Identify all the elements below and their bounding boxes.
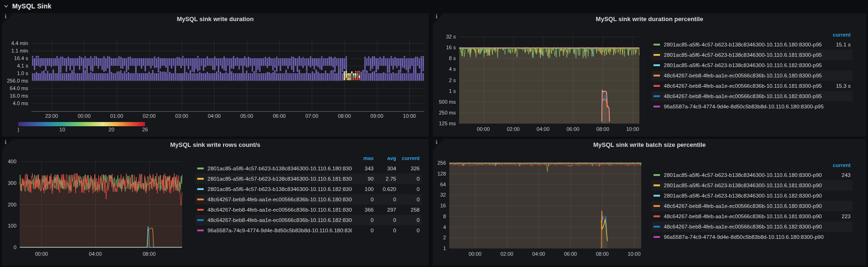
legend-series-swatch[interactable]	[197, 229, 204, 231]
legend-series-label[interactable]: 48c64267-beb8-4feb-aa1e-ec00566c836b-10.…	[664, 214, 822, 219]
legend-series-swatch[interactable]	[653, 85, 660, 87]
x-tick-label: 08:00	[596, 126, 609, 132]
panel-info-icon[interactable]: i	[2, 13, 13, 24]
legend-series-label[interactable]: 48c64267-beb8-4feb-aa1e-ec00566c836b-10.…	[664, 83, 822, 89]
legend-table-body: 2801ac85-a5f6-4c57-b623-b138c8346300-10.…	[195, 163, 422, 236]
panel-info-icon[interactable]: i	[433, 139, 444, 150]
legend-series-label[interactable]: 96a5587a-74c9-4774-9d4e-8d50c5b83b8d-10.…	[664, 234, 824, 240]
legend-series-label[interactable]: 2801ac85-a5f6-4c57-b623-b138c8346300-10.…	[664, 193, 822, 198]
panel-title[interactable]: MySQL sink write rows count/s	[2, 141, 429, 148]
legend-stat-value: 0	[374, 217, 396, 223]
panel-title[interactable]: MySQL sink write batch size percentile	[433, 141, 866, 148]
y-tick-label: 300	[2, 180, 16, 186]
legend-series-swatch[interactable]	[653, 75, 660, 76]
panel-info-icon[interactable]: i	[433, 13, 444, 24]
y-tick-label: 4.0 ms	[2, 100, 28, 106]
legend-current-value: 15.1 s	[832, 42, 851, 47]
legend-series-swatch[interactable]	[197, 168, 204, 169]
legend-series-label[interactable]: 2801ac85-a5f6-4c57-b623-b138c8346300-10.…	[664, 52, 822, 58]
legend-column-header-current[interactable]: current	[396, 155, 420, 161]
y-tick-label: 4.4 min	[2, 40, 28, 46]
legend-stat-value: 0	[352, 228, 374, 233]
panel-write-batch-size-percentile: i MySQL sink write batch size percentile…	[433, 139, 866, 266]
legend-row: 96a5587a-74c9-4774-9d4e-8d50c5b83b8d-10.…	[652, 232, 853, 242]
x-tick-label: 07:00	[305, 113, 318, 119]
legend-series-label[interactable]: 48c64267-beb8-4feb-aa1e-ec00566c836b-10.…	[664, 73, 822, 78]
y-tick-label: 32	[433, 192, 446, 198]
info-icon-glyph: i	[5, 139, 7, 145]
panel-write-rows-count: i MySQL sink write rows count/s 40030020…	[2, 139, 429, 266]
panel-title[interactable]: MySQL sink write duration percentile	[433, 15, 866, 23]
x-tick-label: 23:00	[45, 113, 58, 119]
legend-column-header-current[interactable]: current	[833, 162, 851, 168]
legend-table: maxavgcurrent2801ac85-a5f6-4c57-b623-b13…	[195, 153, 422, 236]
legend-header: current	[652, 30, 853, 39]
x-tick-label: 04:00	[208, 113, 221, 119]
legend-series-swatch[interactable]	[197, 178, 204, 180]
legend-column-header-max[interactable]: max	[352, 155, 374, 161]
legend-series-swatch[interactable]	[653, 195, 660, 197]
panel-info-icon[interactable]: i	[2, 139, 13, 150]
y-tick-label: 125 ms	[433, 121, 456, 126]
legend-series-swatch[interactable]	[653, 226, 660, 228]
legend-rows: 2801ac85-a5f6-4c57-b623-b138c8346300-10.…	[652, 39, 853, 112]
x-tick-label: 08:00	[143, 251, 156, 257]
legend-series-label[interactable]: 2801ac85-a5f6-4c57-b623-b138c8346300-10.…	[207, 186, 352, 192]
info-icon-glyph: i	[436, 139, 438, 145]
x-tick-label: 04:00	[532, 251, 545, 257]
x-tick-label: 02:00	[507, 126, 520, 132]
x-tick-label: 05:00	[240, 113, 253, 119]
legend-series-swatch[interactable]	[653, 44, 660, 46]
legend-series-swatch[interactable]	[653, 106, 660, 107]
legend-series-swatch[interactable]	[197, 209, 204, 211]
legend-series-label[interactable]: 48c64267-beb8-4feb-aa1e-ec00566c836b-10.…	[207, 217, 352, 223]
info-icon-glyph: i	[5, 14, 7, 20]
x-tick-label: 02:00	[500, 251, 514, 257]
legend-header: current	[652, 160, 853, 170]
legend-column-header-avg[interactable]: avg	[374, 155, 396, 161]
legend-stat-value: 0	[352, 217, 374, 223]
legend-series-label[interactable]: 96a5587a-74c9-4774-9d4e-8d50c5b83b8d-10.…	[664, 104, 824, 109]
legend-series-swatch[interactable]	[197, 188, 204, 190]
row-header-mysql-sink[interactable]: MySQL Sink	[0, 0, 868, 11]
legend-current-value: 223	[838, 214, 851, 219]
x-tick-label: 00:00	[77, 113, 91, 119]
legend-series-swatch[interactable]	[197, 219, 204, 221]
x-tick-label: 10:00	[626, 126, 639, 132]
legend-series-label[interactable]: 2801ac85-a5f6-4c57-b623-b138c8346300-10.…	[207, 176, 352, 182]
panel-title[interactable]: MySQL sink write duration	[2, 15, 429, 23]
legend-series-label[interactable]: 48c64267-beb8-4feb-aa1e-ec00566c836b-10.…	[664, 224, 822, 229]
legend-row: 48c64267-beb8-4feb-aa1e-ec00566c836b-10.…	[652, 70, 853, 81]
legend-series-label[interactable]: 48c64267-beb8-4feb-aa1e-ec00566c836b-10.…	[664, 93, 822, 99]
legend: current2801ac85-a5f6-4c57-b623-b138c8346…	[652, 160, 853, 242]
dashboard-grid: i MySQL sink write duration 4.4 min1.1 m…	[0, 11, 868, 266]
legend-series-swatch[interactable]	[653, 64, 660, 66]
legend-series-swatch[interactable]	[653, 205, 660, 207]
legend-series-swatch[interactable]	[653, 95, 660, 97]
legend-stat-value: 304	[374, 166, 396, 171]
legend-series-label[interactable]: 2801ac85-a5f6-4c57-b623-b138c8346300-10.…	[664, 62, 822, 68]
x-tick-label: 00:00	[469, 251, 482, 257]
legend-series-label[interactable]: 48c64267-beb8-4feb-aa1e-ec00566c836b-10.…	[207, 207, 352, 213]
legend-series-swatch[interactable]	[653, 215, 660, 217]
legend-rows: 2801ac85-a5f6-4c57-b623-b138c8346300-10.…	[652, 170, 853, 242]
y-tick-label: 8	[433, 214, 446, 219]
legend-series-label[interactable]: 2801ac85-a5f6-4c57-b623-b138c8346300-10.…	[664, 42, 822, 47]
legend-series-swatch[interactable]	[653, 184, 660, 186]
legend-stat-value: 366	[352, 207, 374, 213]
legend-column-header-current[interactable]: current	[833, 32, 851, 38]
legend-series-swatch[interactable]	[653, 54, 660, 56]
legend-series-label[interactable]: 96a5587a-74c9-4774-9d4e-8d50c5b83b8d-10.…	[207, 228, 352, 233]
x-tick-label: 09:00	[370, 113, 384, 119]
legend-series-name-cell: 48c64267-beb8-4feb-aa1e-ec00566c836b-10.…	[197, 207, 352, 213]
legend-series-label[interactable]: 48c64267-beb8-4feb-aa1e-ec00566c836b-10.…	[207, 197, 352, 202]
x-tick-label: 06:00	[564, 251, 577, 257]
legend-series-swatch[interactable]	[653, 236, 660, 238]
legend-series-label[interactable]: 2801ac85-a5f6-4c57-b623-b138c8346300-10.…	[664, 172, 822, 178]
legend-series-label[interactable]: 48c64267-beb8-4feb-aa1e-ec00566c836b-10.…	[664, 203, 822, 209]
legend-series-name-cell: 2801ac85-a5f6-4c57-b623-b138c8346300-10.…	[197, 186, 352, 192]
legend-series-label[interactable]: 2801ac85-a5f6-4c57-b623-b138c8346300-10.…	[207, 166, 352, 171]
legend-series-label[interactable]: 2801ac85-a5f6-4c57-b623-b138c8346300-10.…	[664, 183, 822, 188]
legend-series-swatch[interactable]	[653, 174, 660, 176]
legend-series-swatch[interactable]	[197, 198, 204, 200]
